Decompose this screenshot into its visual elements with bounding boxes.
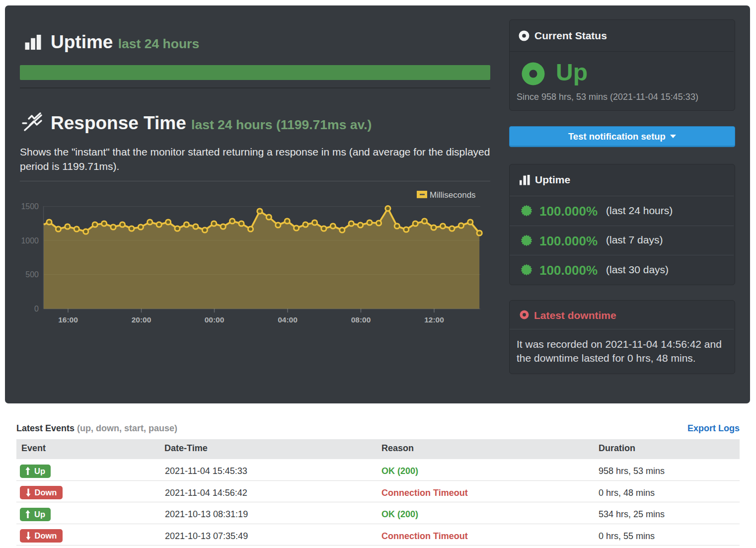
svg-text:16:00: 16:00 xyxy=(58,315,78,324)
svg-text:1000: 1000 xyxy=(21,236,39,245)
svg-text:Milliseconds: Milliseconds xyxy=(430,190,476,200)
svg-text:08:00: 08:00 xyxy=(351,315,371,324)
svg-text:20:00: 20:00 xyxy=(132,315,151,324)
svg-text:500: 500 xyxy=(25,270,39,279)
svg-text:0: 0 xyxy=(34,305,39,313)
svg-text:04:00: 04:00 xyxy=(278,315,298,324)
svg-text:00:00: 00:00 xyxy=(205,315,225,324)
svg-text:1500: 1500 xyxy=(21,202,39,211)
svg-text:12:00: 12:00 xyxy=(424,315,444,324)
